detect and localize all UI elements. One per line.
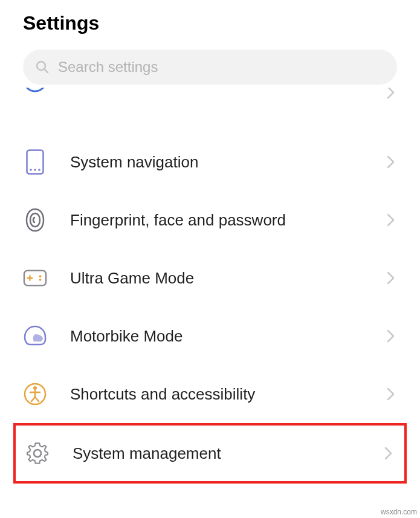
- settings-list: - System navigation: [0, 88, 420, 484]
- list-item-label: System navigation: [70, 153, 385, 172]
- fingerprint-icon: [23, 208, 47, 232]
- svg-point-12: [33, 386, 37, 390]
- accessibility-icon: [23, 382, 47, 406]
- list-item-fingerprint[interactable]: Fingerprint, face and password: [0, 191, 420, 249]
- chevron-right-icon: [385, 272, 397, 284]
- chevron-right-icon: [383, 447, 395, 459]
- list-item-label: Motorbike Mode: [70, 327, 385, 346]
- list-item-system-management[interactable]: System management: [13, 423, 407, 484]
- list-item-label: System management: [73, 444, 383, 463]
- chevron-right-icon: [385, 88, 397, 99]
- svg-point-4: [34, 169, 36, 171]
- list-item-motorbike-mode[interactable]: Motorbike Mode: [0, 307, 420, 365]
- search-placeholder: Search settings: [58, 59, 385, 76]
- chevron-right-icon: [385, 330, 397, 342]
- list-item-label: Fingerprint, face and password: [70, 211, 385, 230]
- svg-point-9: [39, 275, 42, 277]
- svg-point-3: [30, 169, 32, 171]
- svg-point-17: [34, 450, 41, 457]
- list-item-system-navigation[interactable]: System navigation: [0, 133, 420, 191]
- gamepad-icon: [23, 266, 47, 290]
- list-item-label: Shortcuts and accessibility: [70, 385, 385, 404]
- header: Settings: [0, 0, 420, 50]
- section-break: [0, 109, 420, 133]
- svg-line-1: [45, 70, 48, 73]
- search-icon: [35, 60, 50, 74]
- gear-icon: [25, 441, 50, 465]
- svg-point-10: [39, 279, 42, 281]
- svg-line-16: [35, 397, 39, 401]
- search-input[interactable]: Search settings: [23, 50, 397, 85]
- list-item-shortcuts-accessibility[interactable]: Shortcuts and accessibility: [0, 365, 420, 423]
- chevron-right-icon: [385, 388, 397, 400]
- circle-icon: [23, 88, 47, 105]
- svg-line-15: [31, 397, 35, 401]
- list-item-label: Ultra Game Mode: [70, 269, 385, 288]
- watermark: wsxdn.com: [381, 508, 417, 516]
- page-title: Settings: [23, 12, 397, 34]
- chevron-right-icon: [385, 156, 397, 168]
- phone-nav-icon: [23, 150, 47, 174]
- list-item-ultra-game-mode[interactable]: Ultra Game Mode: [0, 249, 420, 307]
- helmet-icon: [23, 324, 47, 348]
- chevron-right-icon: [385, 214, 397, 226]
- svg-point-5: [38, 169, 40, 171]
- list-item-partial[interactable]: -: [0, 88, 420, 109]
